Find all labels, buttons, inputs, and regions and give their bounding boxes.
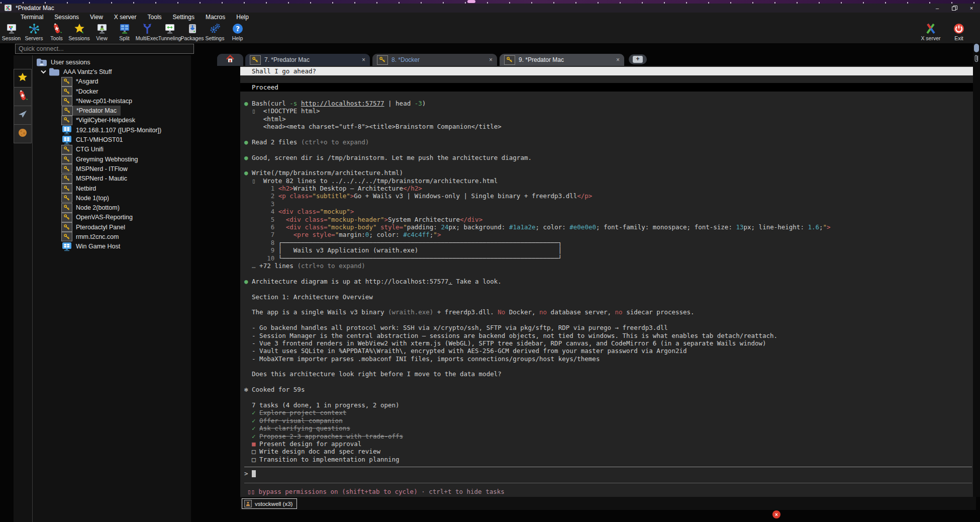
terminal-line <box>240 301 976 308</box>
terminal-line: 3 <box>240 200 976 208</box>
session-tree-item[interactable]: User sessions <box>33 57 191 67</box>
session-label: AAA Vantz's Stuff <box>63 68 112 75</box>
maximize-button[interactable] <box>946 4 963 13</box>
rail-button-send-plane[interactable] <box>14 106 32 125</box>
prompt-line[interactable]: > <box>240 467 976 479</box>
session-tree-item[interactable]: *VigilCyber-Helpdesk <box>33 116 191 125</box>
user-session-chip[interactable]: vstockwell (x3) <box>242 498 297 509</box>
menu-item-terminal[interactable]: Terminal <box>15 14 49 21</box>
session-tree-item[interactable]: Win Game Host <box>33 242 191 251</box>
menu-item-settings[interactable]: Settings <box>167 14 200 21</box>
menu-item-tools[interactable]: Tools <box>142 14 167 21</box>
terminal-tab-1[interactable]: 7. *Predator Mac× <box>245 54 370 66</box>
terminal-line <box>240 130 976 138</box>
menu-item-view[interactable]: View <box>84 14 109 21</box>
terminal-tab-2[interactable]: 8. *Docker× <box>372 54 497 66</box>
quick-connect-input[interactable] <box>15 44 194 54</box>
toolbar-button-label: MultiExec <box>136 35 159 41</box>
session-tree-item[interactable]: Pterodactyl Panel <box>33 222 191 232</box>
plus-icon: + <box>633 56 643 63</box>
session-tree-item[interactable]: *Predator Mac <box>33 106 191 115</box>
cursor-block <box>252 470 256 477</box>
session-tree-item[interactable]: 192.168.1.107 ([UPS-Monitor]) <box>33 125 191 135</box>
toolbar-button-label: Tunneling <box>158 35 181 41</box>
tab-bar: 7. *Predator Mac×8. *Docker×9. *Predator… <box>217 52 973 66</box>
ssh-key-icon <box>62 106 73 115</box>
paperclip-icon[interactable] <box>973 54 980 63</box>
ssh-key-icon <box>61 203 72 212</box>
toolbar-left-group: SessionServersToolsSessionsViewSplitMult… <box>0 21 249 41</box>
notification-badge[interactable]: × <box>772 510 780 518</box>
terminal-line: □ Write design doc and spec review <box>240 448 976 455</box>
toolbar-button-tools[interactable]: Tools <box>45 21 68 41</box>
menu-item-help[interactable]: Help <box>231 14 254 21</box>
toolbar: SessionServersToolsSessionsViewSplitMult… <box>0 21 980 43</box>
session-tree-item[interactable]: MSPNerd - ITFlow <box>33 164 191 173</box>
session-tree-item[interactable]: *New-cp01-heistacp <box>33 96 191 106</box>
session-label: User sessions <box>51 59 90 66</box>
new-tab-button[interactable]: + <box>629 54 647 64</box>
toolbar-button-split[interactable]: Split <box>113 21 136 41</box>
menu-item-sessions[interactable]: Sessions <box>49 14 84 21</box>
toolbar-button-help[interactable]: ?Help <box>226 21 249 41</box>
session-label: MSPNerd - ITFlow <box>76 165 128 172</box>
rail-button-tools-knife[interactable] <box>14 88 32 106</box>
home-tab[interactable] <box>217 54 243 66</box>
xserver-icon <box>924 22 937 35</box>
toolbar-button-packages[interactable]: Packages <box>181 21 204 41</box>
toolbar-button-x-server[interactable]: X server <box>917 21 945 41</box>
background-window-highlight <box>467 0 475 3</box>
terminal-tab-3-active[interactable]: 9. *Predator Mac× <box>500 54 624 66</box>
menu-item-macros[interactable]: Macros <box>200 14 231 21</box>
terminal-line: 9 │ Wails v3 Application (wraith.exe) │ <box>240 246 976 254</box>
rail-button-favorites-star[interactable] <box>14 69 32 88</box>
terminal-line <box>240 92 976 99</box>
scrollbar-thumb[interactable] <box>974 44 979 52</box>
session-tree-item[interactable]: Greyming Webhosting <box>33 154 191 164</box>
session-tree-item[interactable]: Node 1(top) <box>33 193 191 203</box>
session-tree-item[interactable]: AAA Vantz's Stuff <box>33 67 191 76</box>
terminal-line <box>240 146 976 153</box>
packages-icon <box>186 22 199 35</box>
ssh-key-icon <box>61 213 72 222</box>
chevron-down-icon[interactable] <box>40 70 47 74</box>
session-label: OpenVAS-Reporting <box>76 214 133 221</box>
terminal-line <box>240 75 976 83</box>
toolbar-button-view[interactable]: View <box>90 21 113 41</box>
tab-close-icon[interactable]: × <box>616 56 620 63</box>
tab-close-icon[interactable]: × <box>489 56 493 63</box>
app-logo-icon <box>5 5 12 12</box>
sessions-sidebar: User sessionsAAA Vantz's Stuff*Asgard*Do… <box>14 55 191 522</box>
terminal-pane[interactable]: Shall I go ahead? Proceed ● Bash(curl -s… <box>240 66 976 497</box>
minimize-button[interactable]: – <box>929 4 946 13</box>
toolbar-button-multiexec[interactable]: MultiExec <box>136 21 158 41</box>
session-tree-item[interactable]: MSPNerd - Mautic <box>33 174 191 184</box>
rail-button-globe[interactable] <box>14 125 32 143</box>
toolbar-button-settings[interactable]: Settings <box>204 21 226 41</box>
session-tree-item[interactable]: CLT-VMHOST01 <box>33 135 191 144</box>
session-tree-item[interactable]: *Asgard <box>33 77 191 86</box>
session-tree-item[interactable]: rmm.t2cnc.com <box>33 232 191 241</box>
session-tree-item[interactable]: Netbird <box>33 184 191 193</box>
toolbar-button-tunneling[interactable]: Tunneling <box>158 21 181 41</box>
terminal-band-line: Shall I go ahead? <box>240 67 976 75</box>
ssh-key-icon <box>61 87 72 96</box>
toolbar-button-exit[interactable]: Exit <box>945 21 973 41</box>
session-tree-item[interactable]: OpenVAS-Reporting <box>33 213 191 222</box>
toolbar-button-label: Sessions <box>68 35 90 41</box>
close-button[interactable]: × <box>963 4 980 13</box>
menu-item-x-server[interactable]: X server <box>109 14 142 21</box>
session-label: Netbird <box>76 185 96 192</box>
toolbar-button-sessions[interactable]: Sessions <box>68 21 90 41</box>
toolbar-button-session[interactable]: Session <box>0 21 23 41</box>
session-label: Node 2(bottom) <box>76 204 120 211</box>
tab-close-icon[interactable]: × <box>362 56 365 63</box>
toolbar-button-servers[interactable]: Servers <box>23 21 45 41</box>
session-tree-item[interactable]: CTG Unifi <box>33 145 191 154</box>
session-label: CLT-VMHOST01 <box>76 136 123 143</box>
session-tree-item[interactable]: *Docker <box>33 86 191 96</box>
tab-list: 7. *Predator Mac×8. *Docker×9. *Predator… <box>245 54 627 66</box>
session-tree-item[interactable]: Node 2(bottom) <box>33 203 191 212</box>
toolbar-right-group: X serverExit <box>917 21 973 41</box>
terminal-line: ● Architecture diagram is up at http://l… <box>240 278 976 285</box>
